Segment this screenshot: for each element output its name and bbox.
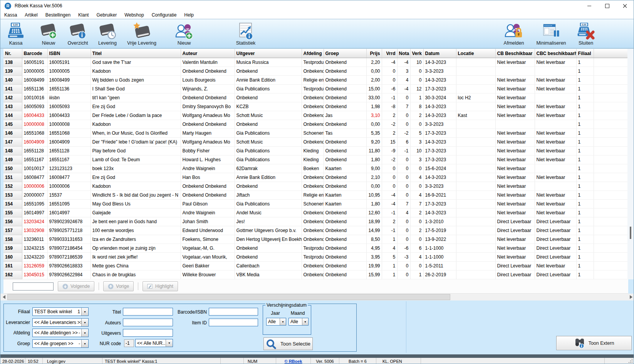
column-header-prijs[interactable]: Prijs: [366, 49, 382, 58]
close-window-icon[interactable]: [616, 0, 634, 11]
table-row[interactable]: 1511600847716008477Ere zij GodHan BosAnn…: [3, 173, 628, 182]
table-row[interactable]: 1441600443316004433Der Friede Lebe / God…: [3, 111, 628, 120]
maand-select[interactable]: Alle ▼: [288, 318, 309, 326]
dropdown-arrow-icon[interactable]: ▼: [280, 318, 286, 325]
table-row[interactable]: 160132432209789072186539Ik word niet zie…: [3, 253, 628, 262]
toolbar-overzicht-button[interactable]: Overzicht: [62, 21, 94, 46]
column-header-cb-beschikbaar[interactable]: CB Beschikbaar: [495, 49, 535, 58]
table-row[interactable]: 1491655116716551167Lamb of God: Te DeumH…: [3, 155, 628, 164]
table-row[interactable]: 15010010017123123123boek 123xAndre Waign…: [3, 164, 628, 173]
menu-webshop[interactable]: Webshop: [121, 12, 148, 18]
leverancier-select[interactable]: << Alle Leveranciers >> ▼: [32, 318, 89, 327]
table-row[interactable]: 162130450159789026622984Chaos in de brug…: [3, 270, 628, 279]
table-row[interactable]: 14210010016iiisbntit'l kan "geenOnbekend…: [3, 94, 628, 102]
toolbar-nieuw-artikel-button[interactable]: Nieuw: [33, 21, 64, 46]
column-header-locatie[interactable]: Locatie: [456, 49, 495, 58]
toolbar-minimaliseren-button[interactable]: Minimaliseren: [531, 21, 571, 46]
column-header-groep[interactable]: Groep: [324, 49, 366, 58]
table-row[interactable]: 1431600509316005093Ere zij GodDmitry Ste…: [3, 102, 628, 111]
toon-extern-button[interactable]: Toon Extern: [556, 336, 632, 350]
resize-grip-icon[interactable]: [632, 362, 632, 363]
toolbar-statistiek-button[interactable]: Statistiek: [228, 21, 263, 46]
table-row[interactable]: 1451000000810000008KadobonOnbekend Onbek…: [3, 120, 628, 129]
toolbar-levering-button[interactable]: Levering: [92, 21, 123, 46]
toolbar-kassa-button[interactable]: 0,00 Kassa: [0, 21, 31, 46]
table-row[interactable]: 158132360119789033131653Iza en de Zandru…: [3, 235, 628, 244]
minimize-window-icon[interactable]: [580, 0, 598, 11]
table-row[interactable]: 1401600849916008499Wij bidden u Gods zeg…: [3, 76, 628, 85]
column-header-afdeling[interactable]: Afdeling: [302, 49, 324, 58]
table-row[interactable]: 1381600519116005191God save the T'sarVal…: [3, 58, 628, 67]
maximize-window-icon[interactable]: [598, 0, 616, 11]
highlight-button[interactable]: Highlight: [143, 281, 178, 291]
vorige-button[interactable]: Vorige: [103, 281, 134, 291]
search-input[interactable]: [13, 282, 54, 291]
table-row[interactable]: 1461655106816551068When, in Our Music, G…: [3, 129, 628, 138]
column-header-barcode[interactable]: Barcode: [22, 49, 47, 58]
scroll-left-icon[interactable]: [0, 294, 7, 301]
horizontal-scrollbar-thumb[interactable]: [7, 294, 450, 300]
auteurs-input[interactable]: [123, 319, 173, 326]
cell-isbn: 10000006: [47, 182, 91, 191]
column-header-nr[interactable]: Nr.: [3, 49, 22, 58]
column-header-cbc-beschikbaarheid[interactable]: CBC beschikbaarhe: [535, 49, 576, 58]
toolbar-vrije-levering-button[interactable]: Vrije Levering: [119, 21, 165, 46]
afdeling-select[interactable]: << Alle afdelingen >> - ▼: [32, 329, 89, 337]
volgende-button[interactable]: Volgende: [58, 281, 94, 291]
column-header-filiaal[interactable]: Filiaal: [576, 49, 594, 58]
table-row[interactable]: 1551601499716014997GalejadeAndre Waignei…: [3, 209, 628, 217]
cell-verk: 2: [410, 111, 423, 120]
uitgevers-input[interactable]: [123, 329, 173, 337]
column-header-isbn[interactable]: ISBN: [47, 49, 91, 58]
horizontal-scrollbar[interactable]: [0, 294, 634, 301]
table-row[interactable]: 157130329089789025771218100 eerste woord…: [3, 226, 628, 235]
toolbar-nieuw-klant-button[interactable]: Nieuw: [169, 21, 200, 46]
dropdown-arrow-icon[interactable]: ▼: [302, 318, 308, 325]
dropdown-arrow-icon[interactable]: ▼: [81, 308, 88, 316]
table-row[interactable]: 1391000000510000005KadobonOnbekend Onbek…: [3, 67, 628, 76]
cell-afdeling: Kleding: [302, 147, 324, 155]
column-header-titel[interactable]: Titel: [91, 49, 181, 58]
menu-configuratie[interactable]: Configuratie: [148, 12, 181, 18]
titel-input[interactable]: [123, 308, 173, 316]
toolbar-sluiten-button[interactable]: 0,00 Sluiten: [571, 21, 600, 46]
column-header-verk[interactable]: Verk: [410, 49, 423, 58]
table-row[interactable]: 1471600490916004909Der "Friede" lebe ! G…: [3, 138, 628, 147]
dropdown-arrow-icon[interactable]: ▼: [81, 319, 88, 326]
vertical-scrollbar[interactable]: [627, 49, 634, 279]
menu-gebruiker[interactable]: Gebruiker: [92, 12, 121, 18]
toon-selectie-button[interactable]: Toon Selectie: [263, 337, 313, 350]
table-row[interactable]: 1481655112816551128Play before GodBobby …: [3, 147, 628, 155]
table-row[interactable]: 156132034249789023924678Je bent een pare…: [3, 217, 628, 226]
column-header-uitgever[interactable]: Uitgever: [235, 49, 302, 58]
column-header-datum[interactable]: Datum: [423, 49, 456, 58]
column-header-auteur[interactable]: Auteur: [181, 49, 235, 58]
column-header-vrrd[interactable]: Vrrd: [382, 49, 397, 58]
column-header-nota[interactable]: Nota: [397, 49, 410, 58]
menu-klant[interactable]: Klant: [74, 12, 92, 18]
table-row[interactable]: 1532000000715537Windlicht S - Ik bid dat…: [3, 191, 628, 200]
menu-bestellingen[interactable]: Bestellingen: [42, 12, 74, 18]
dropdown-arrow-icon[interactable]: ▼: [81, 340, 88, 347]
table-row[interactable]: 1411655113616551136I Shall See GodWijnan…: [3, 85, 628, 94]
groep-select[interactable]: << Alle groepen >> - ▼: [32, 339, 89, 348]
scroll-right-icon[interactable]: [627, 294, 634, 301]
table-row[interactable]: 1541655109516551095May God Bless UsPaul …: [3, 200, 628, 209]
dropdown-arrow-icon[interactable]: ▼: [81, 329, 88, 337]
nur-code-select[interactable]: << Alle NUR... ▼: [135, 339, 173, 347]
table-row[interactable]: 159132432159789072186454Op vrienden moet…: [3, 244, 628, 253]
table-row[interactable]: 161131260599789026618833Mette goes China…: [3, 262, 628, 270]
item-id-input[interactable]: [209, 319, 258, 326]
jaar-select[interactable]: Alle ▼: [266, 318, 286, 326]
barcode-isbn-input[interactable]: [209, 308, 258, 316]
menu-help[interactable]: Help: [180, 12, 198, 18]
toolbar-afmelden-button[interactable]: Afmelden: [496, 21, 531, 46]
menu-kassa[interactable]: Kassa: [0, 12, 21, 18]
filiaal-select[interactable]: TEST Boek winkel 1 ▼: [32, 307, 89, 316]
menu-artikel[interactable]: Artikel: [21, 12, 41, 18]
table-row[interactable]: 1521000000610000006KadobonOnbekend Onbek…: [3, 182, 628, 191]
vertical-scrollbar-thumb[interactable]: [630, 227, 631, 239]
rboek-link[interactable]: © RBoek: [284, 359, 302, 364]
cell-filler: [594, 58, 628, 67]
dropdown-arrow-icon[interactable]: ▼: [166, 339, 173, 347]
